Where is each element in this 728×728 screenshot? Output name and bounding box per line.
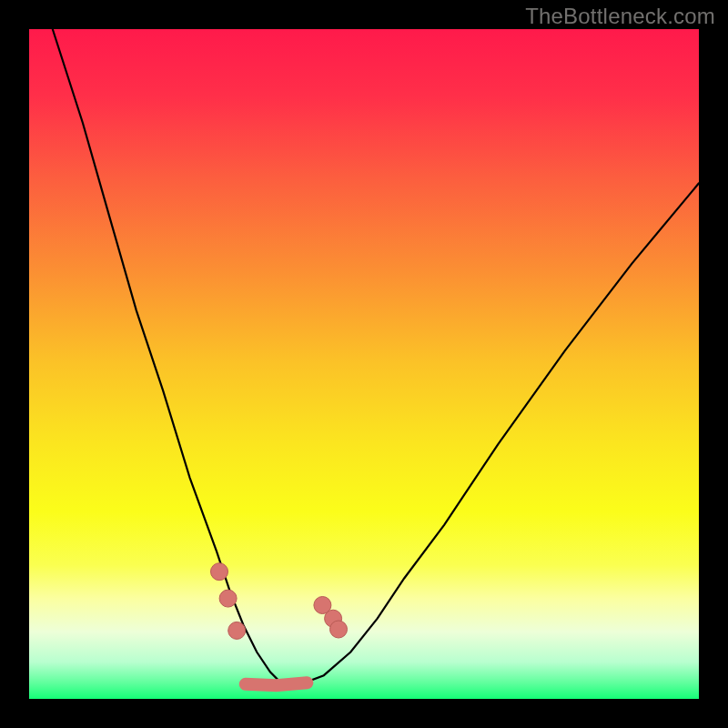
curve-marker bbox=[330, 621, 348, 638]
curve-marker bbox=[211, 563, 228, 581]
curve-marker bbox=[228, 622, 246, 639]
watermark-text: TheBottleneck.com bbox=[525, 4, 715, 29]
curve-marker bbox=[219, 590, 237, 607]
optimal-flat-segment bbox=[246, 682, 308, 685]
bottleneck-plot bbox=[0, 0, 728, 728]
chart-container: TheBottleneck.com bbox=[0, 0, 728, 728]
plot-background bbox=[29, 29, 699, 699]
